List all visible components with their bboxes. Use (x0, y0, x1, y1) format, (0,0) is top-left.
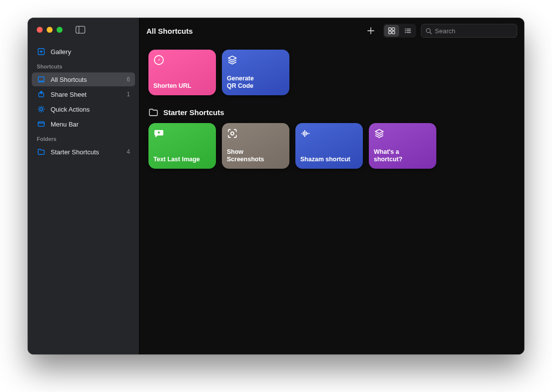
shortcut-card-label: What's a shortcut? (374, 148, 431, 164)
list-view-button[interactable] (400, 25, 415, 37)
sidebar-gallery[interactable]: Gallery (32, 45, 135, 59)
share-icon (37, 90, 46, 99)
close-window[interactable] (37, 27, 43, 33)
svg-point-14 (405, 32, 406, 33)
sidebar-item-label: Starter Shortcuts (51, 148, 122, 156)
view-mode-toggle (383, 24, 416, 38)
svg-point-12 (405, 28, 406, 29)
section-title: Starter Shortcuts (163, 108, 224, 117)
layers-icon (374, 128, 385, 139)
shortcut-card-label: Generate QR Code (227, 75, 284, 90)
svg-rect-8 (389, 28, 391, 30)
shortcut-card-shazam[interactable]: Shazam shortcut (295, 123, 363, 169)
shortcut-card-whats-a-shortcut[interactable]: What's a shortcut? (369, 123, 436, 169)
shortcut-card-text-last-image[interactable]: Text Last Image (148, 123, 216, 169)
content-area: Shorten URL Generate QR Code Starter Sho… (139, 44, 524, 354)
search-field[interactable] (421, 24, 517, 38)
folder-icon (148, 107, 158, 117)
sidebar: Gallery Shortcuts All Shortcuts 6 Share … (28, 18, 139, 354)
gallery-icon (37, 47, 46, 56)
sidebar-item-menu-bar[interactable]: Menu Bar (32, 117, 135, 131)
sidebar-gallery-label: Gallery (51, 48, 130, 56)
svg-line-19 (430, 32, 431, 33)
sidebar-content: Gallery Shortcuts All Shortcuts 6 Share … (28, 42, 139, 162)
sidebar-section-folders: Folders (32, 132, 135, 144)
svg-rect-9 (392, 28, 395, 30)
titlebar (28, 18, 139, 42)
starter-shortcuts-grid: Text Last Image Show Screenshots Shazam … (148, 123, 515, 169)
sidebar-item-label: Menu Bar (51, 121, 130, 128)
shortcut-card-label: Text Last Image (153, 156, 211, 164)
sidebar-item-share-sheet[interactable]: Share Sheet 1 (32, 87, 135, 101)
shortcut-card-show-screenshots[interactable]: Show Screenshots (222, 123, 289, 169)
grid-icon (388, 27, 395, 34)
grid-view-button[interactable] (384, 25, 399, 37)
app-window: Gallery Shortcuts All Shortcuts 6 Share … (28, 18, 524, 354)
sidebar-section-shortcuts: Shortcuts (32, 60, 135, 71)
new-shortcut-button[interactable] (363, 24, 378, 37)
svg-point-5 (40, 108, 42, 110)
search-input[interactable] (435, 27, 513, 35)
main-panel: All Shortcuts (139, 18, 524, 354)
svg-rect-6 (38, 122, 44, 127)
top-shortcuts-grid: Shorten URL Generate QR Code (148, 50, 515, 95)
sidebar-item-all-shortcuts[interactable]: All Shortcuts 6 (32, 72, 135, 86)
toggle-sidebar-button[interactable] (75, 26, 85, 34)
sidebar-item-count: 4 (127, 148, 130, 155)
sidebar-item-label: All Shortcuts (51, 76, 122, 83)
sidebar-item-label: Share Sheet (51, 91, 122, 98)
sidebar-item-count: 1 (127, 91, 130, 98)
viewfinder-icon (227, 128, 238, 139)
shortcut-card-generate-qr[interactable]: Generate QR Code (222, 50, 289, 95)
shortcut-card-label: Shorten URL (153, 82, 211, 90)
shortcut-card-label: Shazam shortcut (300, 156, 358, 164)
menubar-icon (37, 120, 46, 129)
zoom-window[interactable] (57, 27, 63, 33)
sidebar-item-count: 6 (127, 76, 130, 83)
page-title: All Shortcuts (146, 27, 193, 35)
svg-rect-10 (389, 31, 391, 34)
waveform-icon (300, 128, 311, 139)
sidebar-folder-starter[interactable]: Starter Shortcuts 4 (32, 145, 135, 159)
shortcut-card-label: Show Screenshots (227, 148, 284, 164)
layers-icon (227, 55, 238, 65)
section-header-starter: Starter Shortcuts (148, 107, 515, 117)
svg-rect-0 (76, 26, 85, 33)
svg-point-13 (405, 30, 406, 31)
list-icon (404, 27, 411, 34)
svg-rect-3 (38, 77, 44, 81)
plus-icon (367, 27, 375, 35)
sidebar-item-label: Quick Actions (51, 106, 130, 113)
svg-rect-11 (392, 31, 395, 34)
minimize-window[interactable] (47, 27, 53, 33)
traffic-lights (37, 27, 63, 33)
svg-point-21 (231, 132, 234, 135)
toolbar: All Shortcuts (139, 18, 524, 44)
gear-icon (37, 105, 46, 114)
safari-icon (153, 55, 164, 65)
folder-icon (37, 147, 46, 156)
sidebar-item-quick-actions[interactable]: Quick Actions (32, 102, 135, 116)
sidebar-icon (75, 26, 85, 34)
shortcut-card-shorten-url[interactable]: Shorten URL (148, 50, 216, 95)
message-plus-icon (153, 128, 164, 139)
layers-icon (37, 75, 46, 84)
search-icon (425, 27, 432, 34)
